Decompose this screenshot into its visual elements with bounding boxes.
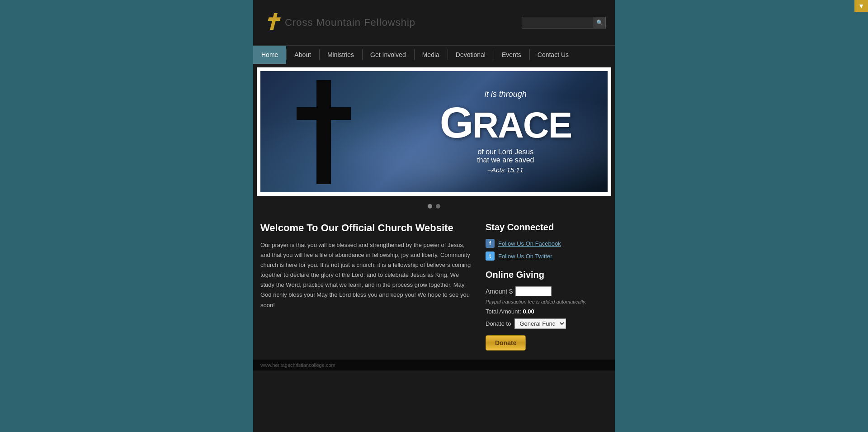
content-right: Stay Connected f Follow Us On Facebook t… xyxy=(481,222,608,351)
welcome-body: Our prayer is that you will be blessed a… xyxy=(260,240,472,310)
nav-item-home[interactable]: Home xyxy=(253,46,286,64)
hero-slider: it is through GRACE of our Lord Jesus th… xyxy=(257,67,611,196)
facebook-item: f Follow Us On Facebook xyxy=(486,239,608,248)
content-left: Welcome To Our Official Church Website O… xyxy=(260,222,481,351)
hero-image: it is through GRACE of our Lord Jesus th… xyxy=(260,71,608,192)
cross-silhouette xyxy=(297,80,351,184)
donate-to-label: Donate to xyxy=(486,320,511,327)
hero-title-letter: G xyxy=(440,98,473,147)
hero-subtitle: it is through xyxy=(440,90,571,99)
online-giving-section: Online Giving Amount $ Paypal transactio… xyxy=(486,270,608,351)
hero-title: GRACE xyxy=(440,101,571,144)
facebook-link[interactable]: Follow Us On Facebook xyxy=(498,240,561,247)
paypal-note: Paypal transaction fee is added automati… xyxy=(486,299,608,304)
twitter-link[interactable]: Follow Us On Twitter xyxy=(498,253,552,260)
donate-to-row: Donate to General Fund xyxy=(486,318,608,329)
nav-list: Home About Ministries Get Involved Media… xyxy=(253,46,615,64)
twitter-icon: t xyxy=(486,252,495,261)
hero-verse: –Acts 15:11 xyxy=(440,166,571,174)
total-row: Total Amount: 0.00 xyxy=(486,308,608,315)
page-wrapper: ✝ Cross Mountain Fellowship 🔍 Home About… xyxy=(0,0,868,432)
stay-connected-section: Stay Connected f Follow Us On Facebook t… xyxy=(486,222,608,261)
amount-row: Amount $ xyxy=(486,286,608,296)
donate-button[interactable]: Donate xyxy=(486,335,526,351)
footer: www.heritagechristiancollege.com xyxy=(253,360,615,370)
nav-link-events[interactable]: Events xyxy=(494,46,529,64)
nav-link-devotional[interactable]: Devotional xyxy=(448,46,494,64)
fund-select[interactable]: General Fund xyxy=(514,318,566,329)
scroll-indicator[interactable]: ▼ xyxy=(854,0,868,12)
total-amount: 0.00 xyxy=(523,308,534,315)
nav-item-about[interactable]: About xyxy=(286,46,319,64)
twitter-icon-letter: t xyxy=(489,253,491,259)
total-label: Total Amount: xyxy=(486,308,521,315)
slider-dot-2[interactable] xyxy=(436,204,440,209)
hero-desc2: that we are saved xyxy=(440,156,571,164)
logo-area: ✝ Cross Mountain Fellowship xyxy=(262,12,415,33)
nav-item-media[interactable]: Media xyxy=(414,46,448,64)
facebook-icon-letter: f xyxy=(489,240,491,247)
center-column: ✝ Cross Mountain Fellowship 🔍 Home About… xyxy=(253,0,615,432)
welcome-title: Welcome To Our Official Church Website xyxy=(260,222,472,234)
logo-cross-icon: ✝ xyxy=(262,12,280,33)
footer-url: www.heritagechristiancollege.com xyxy=(260,362,335,368)
cross-vertical xyxy=(316,80,331,184)
nav-item-devotional[interactable]: Devotional xyxy=(448,46,494,64)
facebook-icon: f xyxy=(486,239,495,248)
amount-label: Amount $ xyxy=(486,288,513,295)
scroll-down-icon: ▼ xyxy=(858,2,864,9)
nav-link-contact[interactable]: Contact Us xyxy=(529,46,577,64)
nav-link-get-involved[interactable]: Get Involved xyxy=(362,46,414,64)
slider-dot-1[interactable] xyxy=(428,204,432,209)
nav-link-ministries[interactable]: Ministries xyxy=(319,46,362,64)
nav-item-events[interactable]: Events xyxy=(494,46,529,64)
nav-item-contact[interactable]: Contact Us xyxy=(529,46,577,64)
search-area: 🔍 xyxy=(522,17,606,28)
cross-horizontal xyxy=(297,107,351,120)
twitter-item: t Follow Us On Twitter xyxy=(486,252,608,261)
main-content: Welcome To Our Official Church Website O… xyxy=(253,213,615,360)
giving-title: Online Giving xyxy=(486,270,608,280)
nav-link-home[interactable]: Home xyxy=(253,46,286,64)
nav-link-media[interactable]: Media xyxy=(414,46,448,64)
hero-text: it is through GRACE of our Lord Jesus th… xyxy=(440,90,571,174)
search-input[interactable] xyxy=(522,17,594,28)
hero-title-rest: RACE xyxy=(472,105,571,145)
nav-item-ministries[interactable]: Ministries xyxy=(319,46,362,64)
amount-input[interactable] xyxy=(515,286,552,296)
navigation: Home About Ministries Get Involved Media… xyxy=(253,45,615,64)
stay-connected-title: Stay Connected xyxy=(486,222,608,233)
top-bar: ✝ Cross Mountain Fellowship 🔍 xyxy=(253,0,615,45)
slider-dots xyxy=(253,199,615,213)
nav-link-about[interactable]: About xyxy=(286,46,319,64)
hero-desc1: of our Lord Jesus xyxy=(440,148,571,156)
search-button[interactable]: 🔍 xyxy=(594,17,606,28)
site-title: Cross Mountain Fellowship xyxy=(285,17,415,28)
nav-item-get-involved[interactable]: Get Involved xyxy=(362,46,414,64)
